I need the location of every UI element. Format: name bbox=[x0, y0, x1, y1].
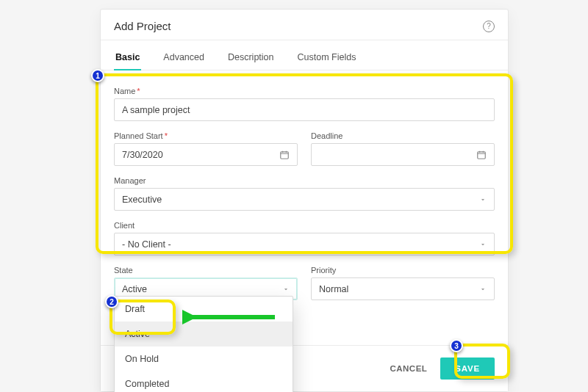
state-value: Active bbox=[122, 284, 147, 294]
deadline-input[interactable] bbox=[311, 143, 495, 166]
planned-start-input[interactable]: 7/30/2020 bbox=[114, 143, 298, 166]
label-priority: Priority bbox=[311, 266, 495, 275]
chevron-down-icon bbox=[479, 196, 487, 203]
state-option-completed[interactable]: Completed bbox=[115, 371, 293, 392]
tab-description[interactable]: Description bbox=[226, 46, 276, 70]
label-manager: Manager bbox=[114, 176, 495, 185]
calendar-icon bbox=[279, 150, 290, 160]
state-option-on-hold[interactable]: On Hold bbox=[115, 346, 293, 371]
dialog-title: Add Project bbox=[114, 20, 171, 32]
chevron-down-icon bbox=[282, 286, 290, 293]
chevron-down-icon bbox=[479, 241, 487, 248]
label-deadline: Deadline bbox=[311, 131, 495, 140]
tab-bar: Basic Advanced Description Custom Fields bbox=[101, 40, 508, 70]
state-option-active[interactable]: Active bbox=[115, 322, 293, 346]
dialog-header: Add Project ? bbox=[101, 10, 508, 40]
name-input[interactable]: A sample project bbox=[114, 98, 495, 121]
chevron-down-icon bbox=[479, 286, 487, 293]
label-state: State bbox=[114, 266, 298, 275]
planned-start-value: 7/30/2020 bbox=[122, 150, 163, 160]
client-value: - No Client - bbox=[122, 239, 171, 250]
required-mark: * bbox=[137, 87, 140, 95]
name-value: A sample project bbox=[122, 105, 190, 115]
field-deadline: Deadline bbox=[311, 131, 495, 166]
tab-custom-fields[interactable]: Custom Fields bbox=[296, 46, 358, 70]
add-project-dialog: Add Project ? Basic Advanced Description… bbox=[100, 9, 509, 392]
calendar-icon bbox=[476, 150, 487, 160]
client-select[interactable]: - No Client - bbox=[114, 233, 495, 255]
field-name: Name* A sample project bbox=[114, 87, 495, 121]
label-planned-start: Planned Start bbox=[114, 131, 163, 140]
save-button[interactable]: SAVE bbox=[440, 357, 495, 380]
annotation-badge-1: 1 bbox=[91, 69, 104, 82]
cancel-button[interactable]: CANCEL bbox=[390, 364, 427, 373]
state-dropdown: Draft Active On Hold Completed Cancelled bbox=[114, 296, 293, 392]
form-body: Name* A sample project Planned Start* 7/… bbox=[101, 70, 508, 300]
field-manager: Manager Executive bbox=[114, 176, 495, 211]
field-priority: Priority Normal bbox=[311, 266, 495, 300]
state-option-draft[interactable]: Draft bbox=[115, 297, 293, 322]
required-mark: * bbox=[165, 131, 168, 140]
field-planned-start: Planned Start* 7/30/2020 bbox=[114, 131, 298, 166]
priority-value: Normal bbox=[319, 284, 348, 294]
label-client: Client bbox=[114, 221, 495, 230]
tab-basic[interactable]: Basic bbox=[114, 46, 141, 70]
svg-rect-0 bbox=[281, 151, 289, 158]
priority-select[interactable]: Normal bbox=[311, 277, 495, 300]
help-icon[interactable]: ? bbox=[483, 21, 495, 32]
label-name: Name bbox=[114, 87, 135, 95]
annotation-badge-2: 2 bbox=[105, 295, 118, 308]
field-state: State Active bbox=[114, 266, 298, 300]
svg-rect-1 bbox=[478, 151, 486, 158]
manager-value: Executive bbox=[122, 195, 162, 205]
annotation-badge-3: 3 bbox=[450, 339, 463, 352]
manager-select[interactable]: Executive bbox=[114, 188, 495, 211]
tab-advanced[interactable]: Advanced bbox=[162, 46, 206, 70]
field-client: Client - No Client - bbox=[114, 221, 495, 255]
